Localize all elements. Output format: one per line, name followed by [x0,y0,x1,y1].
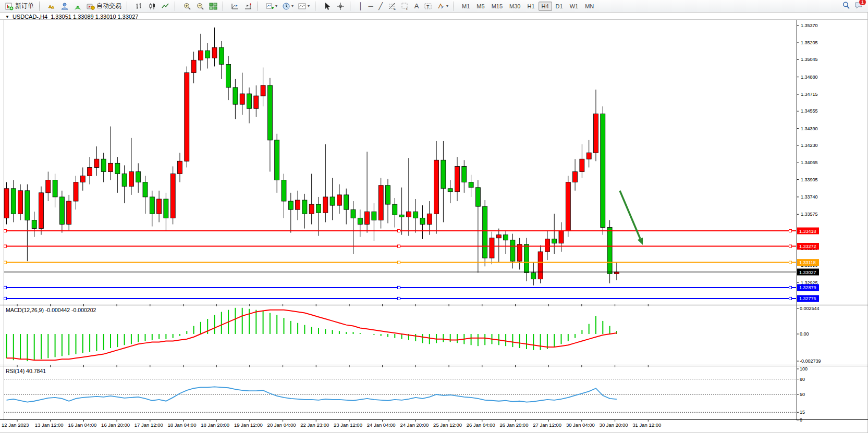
candle [150,197,154,214]
candle [18,191,23,214]
candle [517,244,522,261]
hline-handle[interactable] [398,230,400,232]
candle [108,163,113,171]
candle [316,204,321,213]
svg-text:1.34230: 1.34230 [801,143,818,148]
hline-handle[interactable] [4,230,7,232]
candle [330,197,335,205]
svg-text:22 Jan 23:00: 22 Jan 23:00 [300,422,329,428]
svg-text:24 Jan 20:00: 24 Jan 20:00 [400,422,429,428]
hline-handle[interactable] [398,245,400,248]
svg-text:18 Jan 04:00: 18 Jan 04:00 [168,422,197,428]
svg-text:1.33118: 1.33118 [799,260,816,265]
svg-text:26 Jan 04:00: 26 Jan 04:00 [467,422,495,428]
candle [94,159,99,167]
chart-collapse-icon[interactable]: ▼ [5,15,9,19]
svg-text:1.33905: 1.33905 [801,177,818,182]
candle [226,64,231,87]
candle [351,209,356,218]
hline-handle[interactable] [398,297,400,300]
candle [212,47,217,58]
svg-text:100: 100 [800,366,808,372]
candle [462,166,467,182]
rsi-value: 40.7841 [26,368,46,374]
svg-text:31 Jan 12:00: 31 Jan 12:00 [632,422,661,428]
candle [164,199,168,218]
candle [143,182,148,197]
candle [4,189,9,218]
chart-title-bar: ▼ USDCAD-,H4 1.33051 1.33089 1.33010 1.3… [5,14,138,20]
svg-text:13 Jan 12:00: 13 Jan 12:00 [35,422,64,428]
candle [101,159,106,171]
candle [504,235,508,240]
candle [344,195,349,209]
candle [205,51,210,58]
hline-handle[interactable] [4,261,7,264]
candle [233,88,238,104]
svg-text:18 Jan 20:00: 18 Jan 20:00 [201,422,229,428]
hline-handle[interactable] [4,297,7,300]
svg-text:30 Jan 04:00: 30 Jan 04:00 [566,422,595,428]
chart-symbol-period: USDCAD-,H4 [13,14,47,20]
chart-canvas[interactable]: 1.353701.352051.350451.348801.347151.345… [0,0,868,433]
svg-text:23 Jan 12:00: 23 Jan 12:00 [334,422,362,428]
candle [475,188,480,206]
svg-text:1.33740: 1.33740 [801,194,818,200]
svg-text:1.32879: 1.32879 [799,285,816,290]
candle [559,231,564,243]
candle [531,273,536,279]
hline-handle[interactable] [789,297,792,300]
candle [32,220,36,228]
candle [337,195,341,205]
candle [59,197,64,225]
candle [191,60,196,72]
svg-text:17 Jan 12:00: 17 Jan 12:00 [135,422,163,428]
candle [538,252,543,279]
candle [282,180,286,201]
candle [136,171,141,182]
candle [219,47,224,64]
candle [178,161,182,174]
candle [157,199,162,214]
macd-label: MACD(12,26,9) -0.000442 -0.000202 [6,307,96,313]
candle [74,182,78,201]
hline-handle[interactable] [4,245,7,248]
candle [510,240,515,261]
candle [170,174,175,218]
candle [573,171,578,182]
candle [185,73,189,162]
hline-handle[interactable] [789,286,792,289]
svg-text:26 Jan 20:00: 26 Jan 20:00 [500,422,529,428]
svg-text:1.34715: 1.34715 [801,92,818,97]
candle [393,204,397,215]
candle [302,200,307,214]
candle [372,212,376,220]
hline-handle[interactable] [789,261,792,264]
svg-text:1.34555: 1.34555 [801,108,818,114]
hline-handle[interactable] [398,261,400,264]
terminal-window: 新订单 自动交易 [0,0,868,433]
svg-text:1.32775: 1.32775 [799,296,816,301]
hline-handle[interactable] [398,286,400,289]
svg-text:15: 15 [800,410,805,415]
svg-text:1.35045: 1.35045 [801,57,818,62]
candle [469,182,473,188]
candle [80,176,85,182]
candle [296,200,300,209]
svg-text:0.00: 0.00 [800,331,809,337]
candle [524,244,529,273]
candle [496,235,501,238]
svg-text:1.35205: 1.35205 [801,40,818,45]
candle [545,239,549,252]
candle [67,201,71,224]
candle [240,94,244,104]
svg-text:30 Jan 20:00: 30 Jan 20:00 [600,422,628,428]
candle [39,193,44,229]
svg-text:80: 80 [800,377,805,382]
hline-handle[interactable] [4,286,7,289]
candle [490,238,494,258]
candle [420,218,425,224]
hline-handle[interactable] [789,245,792,248]
svg-text:19 Jan 12:00: 19 Jan 12:00 [234,422,263,428]
hline-handle[interactable] [789,230,792,232]
